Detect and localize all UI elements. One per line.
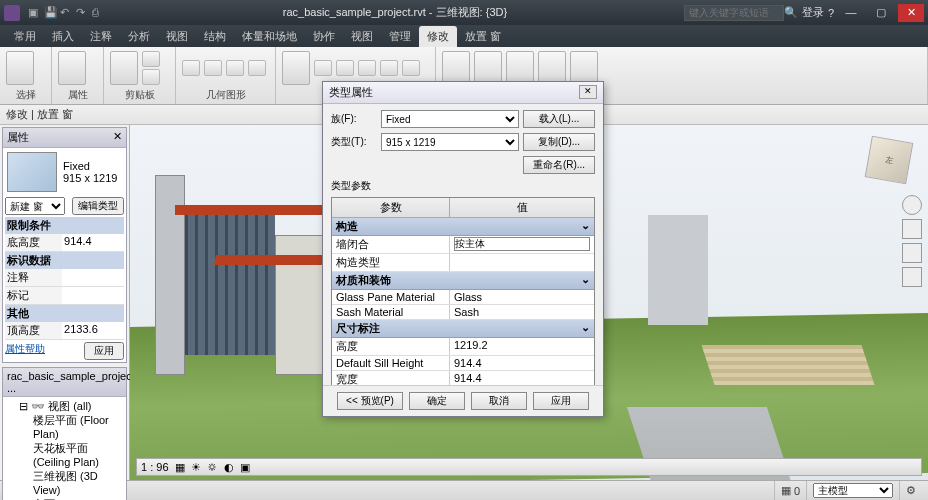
window-title: rac_basic_sample_project.rvt - 三维视图: {3D… [106, 5, 684, 20]
viewcube[interactable]: 左 [865, 136, 914, 185]
offset-icon[interactable] [336, 60, 354, 76]
trim-icon[interactable] [402, 60, 420, 76]
nav-wheel-icon[interactable] [902, 195, 922, 215]
type-select[interactable]: 915 x 1219 [381, 133, 519, 151]
tab-collab[interactable]: 协作 [305, 26, 343, 47]
copy-icon[interactable] [142, 69, 160, 85]
cancel-button[interactable]: 取消 [471, 392, 527, 410]
mirror-icon[interactable] [358, 60, 376, 76]
properties-apply-button[interactable]: 应用 [84, 342, 124, 360]
group-dimensions: 尺寸标注⌄ [332, 320, 594, 338]
tab-common[interactable]: 常用 [6, 26, 44, 47]
shadow-icon[interactable]: ◐ [224, 461, 234, 474]
scale-display[interactable]: 1 : 96 [141, 461, 169, 473]
head-height-value[interactable]: 2133.6 [62, 322, 124, 339]
properties-palette: 属性✕ Fixed 915 x 1219 新建 窗 编辑类型 限制条件 底高度9… [2, 127, 127, 363]
app-icon[interactable] [4, 5, 20, 21]
split-icon[interactable] [474, 51, 502, 85]
tab-massing[interactable]: 体量和场地 [234, 26, 305, 47]
comment-value[interactable] [62, 269, 124, 286]
help-icon[interactable]: ? [828, 7, 834, 19]
wall-closure-input[interactable] [454, 237, 590, 251]
mark-value[interactable] [62, 287, 124, 304]
left-sidebar: 属性✕ Fixed 915 x 1219 新建 窗 编辑类型 限制条件 底高度9… [0, 125, 130, 480]
select-tool-icon[interactable] [6, 51, 34, 85]
crop-icon[interactable]: ▣ [240, 461, 250, 474]
properties-tool-icon[interactable] [58, 51, 86, 85]
tab-contextual[interactable]: 放置 窗 [457, 26, 509, 47]
group-icon[interactable] [538, 51, 566, 85]
loadfam-icon[interactable] [570, 51, 598, 85]
worksets-icon[interactable]: ▦ [781, 484, 791, 497]
cope-icon[interactable] [182, 60, 200, 76]
panel-props: 属性 [58, 88, 97, 102]
type-preview-thumb[interactable] [7, 152, 57, 192]
nav-zoom-icon[interactable] [902, 243, 922, 263]
qat-redo-icon[interactable]: ↷ [76, 6, 90, 20]
sun-path-icon[interactable]: ⛭ [207, 461, 218, 473]
login-button[interactable]: 登录 [802, 5, 824, 20]
qat-open-icon[interactable]: ▣ [28, 6, 42, 20]
group-other: 其他 [5, 305, 124, 322]
tab-view2[interactable]: 视图 [343, 26, 381, 47]
tree-item: 天花板平面 (Ceiling Plan) [5, 441, 124, 469]
filter-icon[interactable]: ⚙ [906, 484, 916, 497]
tab-insert[interactable]: 插入 [44, 26, 82, 47]
palette-close-icon[interactable]: ✕ [113, 130, 122, 145]
array-icon[interactable] [442, 51, 470, 85]
paste-icon[interactable] [110, 51, 138, 85]
dialog-close-button[interactable]: ✕ [579, 85, 597, 99]
nav-orbit-icon[interactable] [902, 267, 922, 287]
properties-help-link[interactable]: 属性帮助 [5, 342, 45, 360]
cutgeom-icon[interactable] [204, 60, 222, 76]
browser-tree[interactable]: ⊟ 👓 视图 (all) 楼层平面 (Floor Plan) 天花板平面 (Ce… [3, 397, 126, 500]
load-button[interactable]: 载入(L)... [523, 110, 595, 128]
tab-structure[interactable]: 结构 [196, 26, 234, 47]
close-button[interactable]: ✕ [898, 4, 924, 22]
type-name: Fixed [63, 160, 117, 172]
cut-icon[interactable] [142, 51, 160, 67]
maximize-button[interactable]: ▢ [868, 4, 894, 22]
tab-view1[interactable]: 视图 [158, 26, 196, 47]
minimize-button[interactable]: — [838, 4, 864, 22]
tab-annotate[interactable]: 注释 [82, 26, 120, 47]
pin-icon[interactable] [506, 51, 534, 85]
defsill-value[interactable]: 914.4 [450, 356, 594, 370]
height-value[interactable]: 1219.2 [450, 338, 594, 355]
search-icon[interactable]: 🔍 [784, 6, 798, 19]
type-size: 915 x 1219 [63, 172, 117, 184]
sash-mat-value[interactable]: Sash [450, 305, 594, 319]
family-select[interactable]: Fixed [381, 110, 519, 128]
qat-print-icon[interactable]: ⎙ [92, 6, 106, 20]
project-browser: rac_basic_sample_project.rvt ...✕ ⊟ 👓 视图… [2, 367, 127, 500]
rotate-icon[interactable] [380, 60, 398, 76]
instance-filter[interactable]: 新建 窗 [5, 197, 65, 215]
visual-style-icon[interactable]: ☀ [191, 461, 201, 474]
design-options-select[interactable]: 主模型 [813, 483, 893, 498]
detail-level-icon[interactable]: ▦ [175, 461, 185, 474]
construct-type-value[interactable] [450, 254, 594, 271]
wall-closure-label: 墙闭合 [332, 236, 450, 253]
align-icon[interactable] [314, 60, 332, 76]
edit-type-button[interactable]: 编辑类型 [72, 197, 124, 215]
tab-manage[interactable]: 管理 [381, 26, 419, 47]
rename-button[interactable]: 重命名(R)... [523, 156, 595, 174]
sill-height-value[interactable]: 914.4 [62, 234, 124, 251]
join-icon[interactable] [226, 60, 244, 76]
tab-analyze[interactable]: 分析 [120, 26, 158, 47]
qat-save-icon[interactable]: 💾 [44, 6, 58, 20]
group-identity: 标识数据 [5, 252, 124, 269]
tab-modify[interactable]: 修改 [419, 26, 457, 47]
qat-undo-icon[interactable]: ↶ [60, 6, 74, 20]
paint-icon[interactable] [248, 60, 266, 76]
infocenter-search[interactable] [684, 5, 784, 21]
nav-pan-icon[interactable] [902, 219, 922, 239]
move-icon[interactable] [282, 51, 310, 85]
dialog-apply-button[interactable]: 应用 [533, 392, 589, 410]
duplicate-button[interactable]: 复制(D)... [523, 133, 595, 151]
quick-access-toolbar: ▣ 💾 ↶ ↷ ⎙ [28, 6, 106, 20]
ok-button[interactable]: 确定 [409, 392, 465, 410]
width-value[interactable]: 914.4 [450, 371, 594, 385]
glass-mat-value[interactable]: Glass [450, 290, 594, 304]
preview-button[interactable]: << 预览(P) [337, 392, 403, 410]
